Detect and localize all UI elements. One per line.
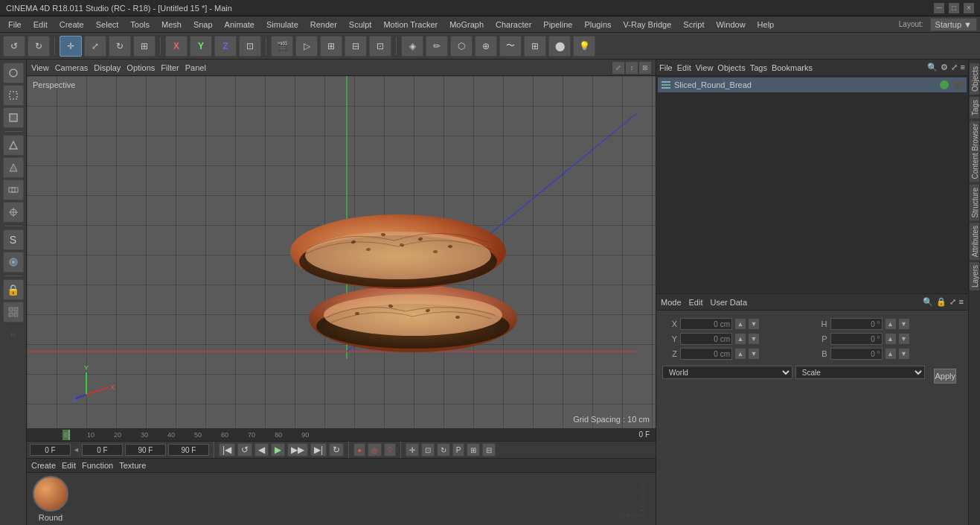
preview-end-input[interactable] xyxy=(168,444,209,456)
coord-b-up[interactable]: ▲ xyxy=(885,349,896,359)
go-to-end-button[interactable]: ▶| xyxy=(310,443,327,456)
viewport-menu-filter[interactable]: Filter xyxy=(161,63,179,72)
object-select-button[interactable] xyxy=(3,179,24,200)
obj-expand-icon[interactable]: ⤢ xyxy=(951,63,958,72)
menu-pipeline[interactable]: Pipeline xyxy=(538,19,577,31)
attr-search-icon[interactable]: 🔍 xyxy=(923,297,933,307)
obj-menu-tags[interactable]: Tags xyxy=(750,63,767,72)
end-frame-input[interactable] xyxy=(125,444,166,456)
scale-dropdown[interactable]: Scale xyxy=(795,366,926,379)
tab-content-browser[interactable]: Content Browser xyxy=(969,120,980,182)
obj-menu-view[interactable]: View xyxy=(696,63,714,72)
viewport-menu-cameras[interactable]: Cameras xyxy=(55,63,89,72)
coord-h-input[interactable] xyxy=(830,318,883,330)
axis-z-button[interactable]: Z xyxy=(214,36,237,57)
menu-script[interactable]: Script xyxy=(678,19,709,31)
layout-dropdown[interactable]: Startup ▼ xyxy=(930,18,977,31)
step-back-button[interactable]: ◀ xyxy=(254,443,269,456)
viewport-menu-panel[interactable]: Panel xyxy=(185,63,206,72)
viewport-menu-display[interactable]: Display xyxy=(94,63,121,72)
attr-expand-icon[interactable]: ⤢ xyxy=(949,297,956,307)
loop-button[interactable]: ↻ xyxy=(329,443,344,456)
obj-menu-file[interactable]: File xyxy=(659,63,673,72)
timeline-tool-6[interactable]: ⊟ xyxy=(482,443,496,456)
light-button[interactable]: 💡 xyxy=(573,36,595,57)
tab-structure[interactable]: Structure xyxy=(969,184,980,222)
play-button[interactable]: ▶ xyxy=(271,443,285,456)
maximize-button[interactable]: □ xyxy=(949,3,959,13)
viewport-layout-button[interactable]: ↕ xyxy=(626,62,638,74)
coord-y-input[interactable] xyxy=(680,333,732,345)
step-forward-button[interactable]: ▶▶ xyxy=(287,443,308,456)
undo-button[interactable]: ↺ xyxy=(3,36,25,57)
mat-menu-function[interactable]: Function xyxy=(82,461,113,470)
menu-plugins[interactable]: Plugins xyxy=(579,19,616,31)
current-frame-input[interactable] xyxy=(82,444,123,456)
menu-character[interactable]: Character xyxy=(490,19,537,31)
spline-button[interactable]: 〜 xyxy=(499,36,522,57)
menu-tools[interactable]: Tools xyxy=(125,19,155,31)
coord-p-input[interactable] xyxy=(830,333,883,345)
render-queue-button[interactable]: ⊟ xyxy=(345,36,367,57)
rotate-tool-button[interactable]: ↻ xyxy=(109,36,131,57)
tab-attributes[interactable]: Attributes xyxy=(969,222,980,261)
menu-help[interactable]: Help xyxy=(752,19,780,31)
viewport-menu-options[interactable]: Options xyxy=(126,63,155,72)
tab-layers[interactable]: Layers xyxy=(969,261,980,291)
coord-b-down[interactable]: ▼ xyxy=(899,349,909,359)
timeline-tool-1[interactable]: ✛ xyxy=(406,443,419,456)
coord-x-down[interactable]: ▼ xyxy=(749,319,759,329)
picture-viewer-button[interactable]: ⊡ xyxy=(369,36,391,57)
render-settings-button[interactable]: ⊞ xyxy=(320,36,342,57)
snap-button[interactable] xyxy=(3,202,24,223)
viewport-menu-view[interactable]: View xyxy=(31,63,49,72)
attr-lock-icon[interactable]: 🔒 xyxy=(936,297,947,307)
coord-y-up[interactable]: ▲ xyxy=(735,334,746,344)
coord-b-input[interactable] xyxy=(830,348,883,360)
timeline-tool-3[interactable]: ↻ xyxy=(437,443,450,456)
coord-z-up[interactable]: ▲ xyxy=(735,349,746,359)
render-view-button[interactable]: ▷ xyxy=(295,36,318,57)
model-mode-button[interactable] xyxy=(3,63,24,83)
edge-mode-button[interactable] xyxy=(3,135,24,156)
render-region-button[interactable]: 🎬 xyxy=(271,36,293,57)
viewport-settings-button[interactable]: ⊠ xyxy=(639,62,651,74)
material-swatch[interactable] xyxy=(33,476,68,512)
timeline-tool-5[interactable]: ⊞ xyxy=(467,443,480,456)
menu-motion-tracker[interactable]: Motion Tracker xyxy=(378,19,443,31)
mat-menu-texture[interactable]: Texture xyxy=(119,461,146,470)
object-mode-button[interactable]: ◈ xyxy=(401,36,423,57)
start-frame-input[interactable] xyxy=(30,444,71,456)
go-prev-frame-button[interactable]: ↺ xyxy=(237,443,252,456)
menu-create[interactable]: Create xyxy=(54,19,89,31)
object-visibility-dot[interactable] xyxy=(940,80,949,89)
object-render-dot[interactable] xyxy=(955,80,964,89)
menu-animate[interactable]: Animate xyxy=(220,19,260,31)
axis-y-button[interactable]: Y xyxy=(190,36,212,57)
menu-mesh[interactable]: Mesh xyxy=(156,19,187,31)
lock-button[interactable]: 🔒 xyxy=(3,279,24,300)
texture-mode-button[interactable] xyxy=(3,85,24,106)
mat-menu-edit[interactable]: Edit xyxy=(62,461,76,470)
coord-h-up[interactable]: ▲ xyxy=(885,319,896,329)
viewport-expand-button[interactable]: ⤢ xyxy=(612,62,624,74)
record-button[interactable]: ● xyxy=(353,443,365,456)
coord-h-down[interactable]: ▼ xyxy=(899,319,909,329)
vertex-mode-button[interactable] xyxy=(3,157,24,178)
minimize-button[interactable]: ─ xyxy=(934,3,944,13)
move-tool-button[interactable]: ✛ xyxy=(60,36,82,57)
apply-button[interactable]: Apply xyxy=(934,369,956,384)
selection-tool-button[interactable]: S xyxy=(3,229,24,250)
brush-button[interactable]: ⬡ xyxy=(450,36,473,57)
coord-x-input[interactable] xyxy=(680,318,732,330)
obj-menu-objects[interactable]: Objects xyxy=(717,63,745,72)
menu-file[interactable]: File xyxy=(3,19,27,31)
axis-x-button[interactable]: X xyxy=(165,36,188,57)
obj-settings-icon[interactable]: ⚙ xyxy=(941,63,948,72)
soft-sel-button[interactable] xyxy=(3,252,24,273)
attr-more-icon[interactable]: ≡ xyxy=(959,297,964,307)
obj-menu-edit[interactable]: Edit xyxy=(677,63,691,72)
tab-tags[interactable]: Tags xyxy=(969,96,980,119)
coord-x-up[interactable]: ▲ xyxy=(735,319,746,329)
obj-search-icon[interactable]: 🔍 xyxy=(927,63,938,72)
